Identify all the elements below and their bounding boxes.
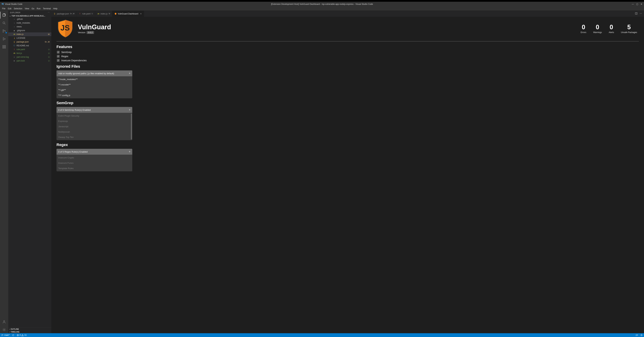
activity-bar — [0, 11, 8, 333]
folder-node-modules[interactable]: ›node_modules — [8, 21, 51, 25]
folder--github[interactable]: ›.github — [8, 17, 51, 21]
activity-run-debug[interactable] — [0, 36, 8, 42]
list-item[interactable]: **/.git/** — [56, 87, 132, 93]
split-editor-icon[interactable] — [635, 12, 638, 15]
status-notifications[interactable] — [640, 334, 642, 336]
menu-view[interactable]: View — [24, 7, 30, 10]
menu-file[interactable]: File — [1, 7, 6, 10]
activity-source-control[interactable] — [0, 28, 8, 34]
tree-item-label: LICENSE — [16, 37, 44, 39]
status-problems[interactable]: 0 11 — [17, 334, 27, 336]
file-readme-md[interactable]: ⓘREADME.md — [8, 44, 51, 48]
more-actions-icon[interactable]: ⋯ — [640, 12, 642, 15]
tab-status: M — [109, 13, 110, 15]
file-tree: ›.github›node_modules›views◆.gitignoreJS… — [8, 17, 51, 328]
menu-bar: FileEditSelectionViewGoRunTerminalHelp — [0, 6, 644, 11]
activity-settings[interactable] — [0, 326, 8, 333]
feature-semgrep[interactable]: ✓SemGrep — [57, 51, 639, 54]
folder-views[interactable]: ›views — [8, 25, 51, 28]
explorer-root[interactable]: TSP-VULNERABLE-APP-NODEJS-E... — [8, 14, 51, 17]
window-maximize-icon[interactable]: ▢ — [636, 3, 638, 5]
list-item[interactable]: **/.vscode/** — [56, 82, 132, 87]
checkbox-checked-icon[interactable]: ✓ — [57, 51, 60, 54]
checkbox-checked-icon[interactable]: ✓ — [57, 59, 60, 62]
timeline-section[interactable]: TIMELINE — [8, 330, 51, 333]
close-tab-icon[interactable]: ✕ — [140, 12, 142, 15]
error-count: 0 — [20, 334, 21, 336]
file--gitignore[interactable]: ◆.gitignore — [8, 28, 51, 32]
file-test-js[interactable]: JStest.jsU — [8, 51, 51, 55]
tab-index-js[interactable]: JSindex.jsM — [95, 11, 112, 17]
list-item[interactable]: Javascript — [56, 124, 132, 129]
activity-search[interactable] — [0, 20, 8, 26]
activity-extensions[interactable] — [0, 44, 8, 50]
tree-item-label: yarn-error.log — [16, 56, 44, 58]
add-regex-rule-button[interactable]: + — [129, 150, 130, 153]
feature-regex[interactable]: ✓Regex — [57, 55, 639, 58]
tree-item-label: README.md — [16, 44, 44, 47]
list-item[interactable]: Expressjs — [56, 118, 132, 124]
features-heading: Features — [56, 44, 639, 49]
window-minimize-icon[interactable]: — — [632, 3, 634, 5]
list-item[interactable]: Owasp Top Ten — [56, 134, 132, 140]
list-item[interactable]: Template Rules — [56, 166, 132, 171]
add-ignored-path-button[interactable]: + — [129, 72, 130, 75]
menu-go[interactable]: Go — [30, 7, 35, 10]
list-item[interactable]: Insecure Crypto — [56, 155, 132, 160]
stat-alerts: 0Alerts — [609, 24, 614, 34]
ignored-input-placeholder[interactable]: Add or modify ignored paths (.js files e… — [58, 72, 114, 75]
svg-point-1 — [3, 30, 4, 30]
menu-selection[interactable]: Selection — [13, 7, 23, 10]
explorer-panel: EXPLORER ⋯ TSP-VULNERABLE-APP-NODEJS-E..… — [8, 11, 51, 333]
file-yarn-lock[interactable]: ⩩yarn.lockU — [8, 59, 51, 63]
list-item[interactable]: **/node_modules/** — [56, 77, 132, 82]
stat-label: Unsafe Packages — [621, 31, 637, 34]
git-status: M — [44, 33, 51, 35]
feature-label: Insecure Dependencies — [61, 59, 87, 62]
file-license[interactable]: ⚷LICENSE — [8, 36, 51, 40]
status-feedback[interactable] — [636, 334, 638, 336]
tab-status: U — [92, 13, 93, 15]
git-status: U — [44, 48, 51, 50]
explorer-more-icon[interactable]: ⋯ — [48, 11, 50, 14]
tab-package-json[interactable]: {}package.json9+, M — [51, 11, 77, 17]
git-status: U — [44, 60, 51, 62]
stat-value: 0 — [593, 24, 602, 31]
menu-terminal[interactable]: Terminal — [42, 7, 52, 10]
vulnguard-shield-icon: JS — [56, 19, 74, 38]
ignored-heading: Ignored Files — [56, 64, 639, 69]
status-branch[interactable]: main* — [2, 334, 10, 336]
window-close-icon[interactable]: ✕ — [640, 3, 642, 5]
svg-text:JS: JS — [60, 24, 70, 32]
tab-label: index.js — [100, 12, 108, 15]
checkbox-checked-icon[interactable]: ✓ — [57, 55, 60, 58]
activity-explorer[interactable] — [0, 12, 8, 18]
tree-item-label: rule.yaml — [16, 48, 44, 51]
status-sync[interactable] — [12, 334, 14, 336]
list-item[interactable]: Insecure Funcs — [56, 160, 132, 166]
stat-warnings: 0Warnings — [593, 24, 602, 34]
file-package-json[interactable]: {}package.json9+, M — [8, 40, 51, 44]
add-semgrep-rule-button[interactable]: + — [129, 108, 130, 112]
file-yarn-error-log[interactable]: ≡yarn-error.logU — [8, 55, 51, 59]
explorer-root-label: TSP-VULNERABLE-APP-NODEJS-E... — [12, 15, 45, 17]
file-index-js[interactable]: JSindex.jsM — [8, 32, 51, 36]
activity-account[interactable] — [0, 318, 8, 325]
menu-run[interactable]: Run — [36, 7, 42, 10]
tab-vulnguard-dashboard[interactable]: VulnGuard Dashboard✕ — [112, 11, 144, 17]
menu-edit[interactable]: Edit — [7, 7, 12, 10]
feature-insecure-dependencies[interactable]: ✓Insecure Dependencies — [57, 59, 639, 62]
list-item[interactable]: Nodejsscan — [56, 129, 132, 134]
scm-badge — [6, 32, 7, 34]
file-rule-yaml[interactable]: !rule.yamlU — [8, 48, 51, 51]
timeline-label: TIMELINE — [11, 331, 20, 333]
list-item[interactable]: Eslint Plugin Security — [56, 113, 132, 118]
menu-help[interactable]: Help — [52, 7, 58, 10]
list-item[interactable]: **/*.config.js — [56, 93, 132, 98]
tab-rule-yaml[interactable]: !rule.yamlU — [77, 11, 95, 17]
stat-label: Errors — [580, 31, 586, 34]
svg-point-12 — [2, 334, 2, 335]
outline-section[interactable]: OUTLINE — [8, 328, 51, 330]
editor-tabs: {}package.json9+, M!rule.yamlUJSindex.js… — [51, 11, 644, 17]
tab-label: package.json — [57, 12, 69, 15]
